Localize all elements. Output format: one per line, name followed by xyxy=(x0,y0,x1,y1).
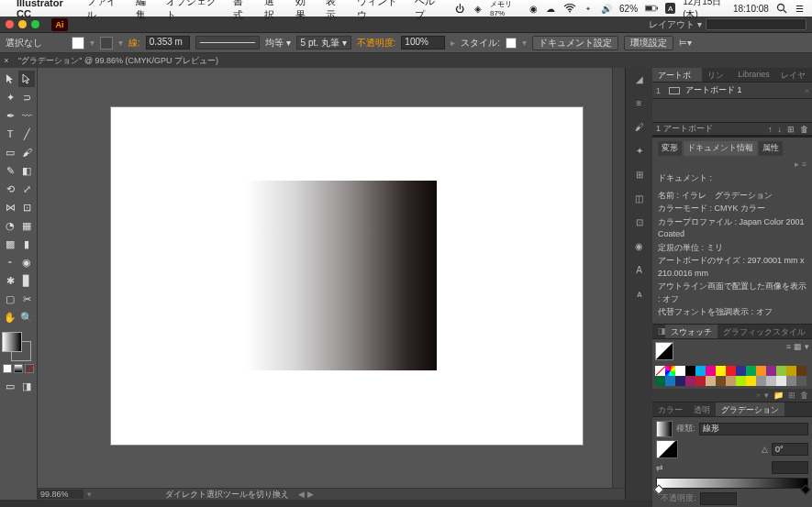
blend-tool[interactable]: ◉ xyxy=(18,254,35,270)
eraser-tool[interactable]: ◧ xyxy=(18,162,35,179)
stroke-weight-input[interactable]: 0.353 m xyxy=(146,36,190,50)
mesh-tool[interactable]: ▩ xyxy=(2,236,18,252)
spotlight-icon[interactable] xyxy=(776,2,787,15)
paintbrush-tool[interactable]: 🖌 xyxy=(18,144,35,160)
tab-close-icon[interactable]: × xyxy=(0,56,13,65)
hand-tool[interactable]: ✋ xyxy=(2,309,18,325)
attributes-tab[interactable]: 属性 xyxy=(759,141,783,156)
shutdown-icon[interactable]: ⏻ xyxy=(455,2,465,15)
dropbox-icon[interactable]: ◈ xyxy=(473,2,483,15)
gradient-type-select[interactable]: 線形 xyxy=(699,423,808,435)
brush-dropdown[interactable]: 5 pt. 丸筆 ▾ xyxy=(296,36,351,50)
selection-tool[interactable] xyxy=(2,71,18,87)
swatch-grid-view-icon[interactable]: ▦ xyxy=(794,342,802,360)
swatch-opts-icon[interactable]: ▾ xyxy=(764,391,769,400)
menu-window[interactable]: ウィンドウ xyxy=(357,0,402,22)
vertical-scrollbar[interactable] xyxy=(612,68,625,488)
layers-tab[interactable]: レイヤー xyxy=(775,68,812,82)
screen-mode-normal[interactable]: ▭ xyxy=(2,378,18,394)
artboard-list-item[interactable]: 1 アートボード 1 ▫ xyxy=(652,83,812,99)
new-swatch-icon[interactable]: ⊞ xyxy=(788,391,795,400)
swatches-grid[interactable] xyxy=(652,363,812,389)
menu-type[interactable]: 書式 xyxy=(233,0,251,22)
free-transform-tool[interactable]: ⊡ xyxy=(18,199,35,215)
type-tool[interactable]: T xyxy=(2,126,18,142)
character-panel-icon[interactable]: A xyxy=(632,262,647,277)
brushes-panel-icon[interactable]: 🖌 xyxy=(632,119,647,134)
cloud-icon[interactable]: ☁ xyxy=(546,2,556,15)
new-artboard-icon[interactable]: ⊞ xyxy=(787,125,795,134)
search-input[interactable] xyxy=(706,18,806,30)
menu-edit[interactable]: 編集 xyxy=(136,0,154,22)
menu-effect[interactable]: 効果 xyxy=(295,0,314,22)
close-window-button[interactable] xyxy=(6,20,14,28)
width-tool[interactable]: ⋈ xyxy=(2,199,18,215)
align-panel-icon[interactable]: ⊞ xyxy=(632,167,647,182)
artboard-options-icon[interactable]: ▫ xyxy=(806,86,808,95)
stroke-panel-icon[interactable]: ≡ xyxy=(632,95,647,110)
eyedropper-tool[interactable]: ⁃ xyxy=(2,254,18,270)
fill-box[interactable] xyxy=(2,332,22,352)
opacity-input[interactable]: 100% xyxy=(401,36,445,50)
delete-artboard-icon[interactable]: 🗑 xyxy=(800,125,808,134)
menu-view[interactable]: 表示 xyxy=(326,0,344,22)
style-swatch[interactable] xyxy=(506,38,517,49)
color-panel-icon[interactable]: ◢ xyxy=(632,72,647,86)
minimize-window-button[interactable] xyxy=(18,20,27,28)
graph-tool[interactable]: ▊ xyxy=(18,272,35,289)
wifi-icon[interactable] xyxy=(563,2,576,15)
color-tab[interactable]: カラー xyxy=(652,402,688,416)
gradient-fillstroke-icon[interactable] xyxy=(656,440,678,458)
layout-dropdown[interactable]: レイアウト ▾ xyxy=(649,18,702,31)
slice-tool[interactable]: ✂ xyxy=(18,291,35,307)
artboards-tab[interactable]: アートボード xyxy=(652,68,702,82)
line-tool[interactable]: ╱ xyxy=(18,126,35,142)
menu-help[interactable]: ヘルプ xyxy=(415,0,442,22)
stop-opacity-input[interactable] xyxy=(700,492,737,505)
docinfo-menu-icon[interactable]: ▸ ≡ xyxy=(658,159,806,171)
reverse-gradient-icon[interactable]: ⇄ xyxy=(656,463,663,472)
dash-dropdown[interactable] xyxy=(195,36,260,50)
fill-swatch[interactable] xyxy=(72,37,84,50)
graphic-styles-tab[interactable]: グラフィックスタイル xyxy=(717,325,811,338)
swatches-tab[interactable]: スウォッチ xyxy=(665,325,717,338)
battery-icon[interactable] xyxy=(645,2,658,15)
document-setup-button[interactable]: ドキュメント設定 xyxy=(532,36,618,50)
stroke-swatch[interactable] xyxy=(100,37,113,50)
docinfo-tab[interactable]: ドキュメント情報 xyxy=(684,141,757,156)
symbol-sprayer-tool[interactable]: ✱ xyxy=(2,272,18,289)
symbols-panel-icon[interactable]: ✦ xyxy=(632,143,647,158)
aspect-ratio-input[interactable] xyxy=(772,461,808,474)
magic-wand-tool[interactable]: ✦ xyxy=(2,89,18,105)
transform-tab[interactable]: 変形 xyxy=(658,141,682,156)
pen-tool[interactable]: ✒ xyxy=(2,107,18,124)
line-icon[interactable]: ◉ xyxy=(528,2,539,15)
menu-select[interactable]: 選択 xyxy=(264,0,283,22)
gradient-tool[interactable]: ▮ xyxy=(18,236,35,252)
gradient-rectangle-object[interactable] xyxy=(247,181,437,370)
none-mode-icon[interactable] xyxy=(25,364,34,373)
transform-panel-icon[interactable]: ⊡ xyxy=(632,215,647,229)
delete-swatch-icon[interactable]: 🗑 xyxy=(800,391,808,400)
color-mode-icon[interactable] xyxy=(3,364,12,373)
swatch-list-view-icon[interactable]: ≡ xyxy=(786,342,791,360)
dash-label[interactable]: 均等 ▾ xyxy=(265,37,291,50)
perspective-tool[interactable]: ▦ xyxy=(18,217,35,234)
reorder-up-icon[interactable]: ↑ xyxy=(768,125,773,134)
scale-tool[interactable]: ⤢ xyxy=(18,181,35,197)
artboard-tool[interactable]: ▢ xyxy=(2,291,18,307)
zoom-level[interactable]: 99.86% xyxy=(38,490,83,499)
shape-builder-tool[interactable]: ◔ xyxy=(2,217,18,234)
align-dropdown-icon[interactable]: ⊨▾ xyxy=(679,38,692,48)
gradient-preview[interactable] xyxy=(656,421,673,437)
direct-selection-tool[interactable] xyxy=(18,71,35,87)
gradient-tab[interactable]: グラデーション xyxy=(716,402,784,416)
glyphs-panel-icon[interactable]: ᴀ xyxy=(632,286,647,301)
links-tab[interactable]: リンク xyxy=(702,68,732,82)
swatch-lib-icon[interactable]: ▫ xyxy=(757,391,760,400)
menu-file[interactable]: ファイル xyxy=(86,0,122,22)
pathfinder-panel-icon[interactable]: ◫ xyxy=(632,191,647,205)
nav-arrows[interactable]: ◀ ▶ xyxy=(298,490,314,499)
rectangle-tool[interactable]: ▭ xyxy=(2,144,18,160)
reorder-down-icon[interactable]: ↓ xyxy=(778,125,783,134)
